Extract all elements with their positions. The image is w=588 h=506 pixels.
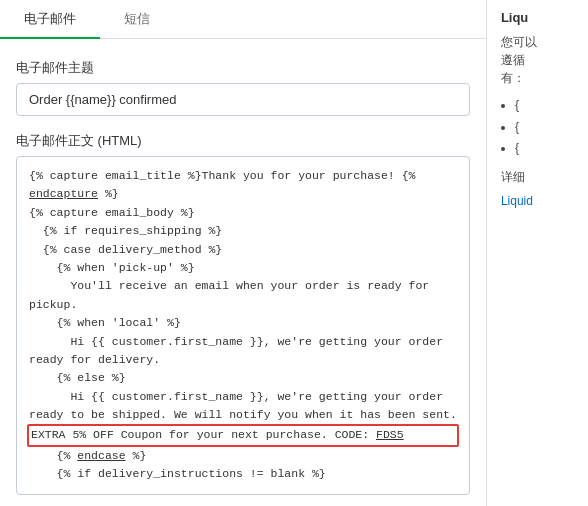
subject-label: 电子邮件主题 xyxy=(16,59,470,77)
sidebar-list: { { { xyxy=(501,95,574,160)
sidebar: Liqu 您可以遵循有： { { { 详细 Liquid xyxy=(487,0,588,506)
code-line-8: pickup. xyxy=(29,296,457,314)
sidebar-list-item-2: { xyxy=(515,117,574,139)
sidebar-list-item-1: { xyxy=(515,95,574,117)
subject-input[interactable] xyxy=(16,83,470,116)
tab-bar: 电子邮件 短信 xyxy=(0,0,486,39)
sidebar-liquid-link[interactable]: Liquid xyxy=(501,194,533,208)
code-line-2: endcapture %} xyxy=(29,185,457,203)
code-line-4: {% if requires_shipping %} xyxy=(29,222,457,240)
sidebar-intro: 您可以遵循有： xyxy=(501,33,574,87)
code-line-9: {% when 'local' %} xyxy=(29,314,457,332)
code-line-10: Hi {{ customer.first_name }}, we're gett… xyxy=(29,333,457,351)
code-line-6: {% when 'pick-up' %} xyxy=(29,259,457,277)
body-label: 电子邮件正文 (HTML) xyxy=(16,132,470,150)
code-line-17: {% if delivery_instructions != blank %} xyxy=(29,465,457,483)
code-line-1: {% capture email_title %}Thank you for y… xyxy=(29,167,457,185)
sidebar-link-label: 详细 xyxy=(501,168,574,186)
code-line-14: ready to be shipped. We will notify you … xyxy=(29,406,457,424)
code-line-5: {% case delivery_method %} xyxy=(29,241,457,259)
highlighted-coupon-line: EXTRA 5% OFF Coupon for your next purcha… xyxy=(27,424,459,446)
sidebar-title: Liqu xyxy=(501,10,574,25)
body-code-area[interactable]: {% capture email_title %}Thank you for y… xyxy=(16,156,470,495)
code-line-11: ready for delivery. xyxy=(29,351,457,369)
code-line-12: {% else %} xyxy=(29,369,457,387)
code-line-16: {% endcase %} xyxy=(29,447,457,465)
code-line-7: You'll receive an email when your order … xyxy=(29,277,457,295)
tab-sms[interactable]: 短信 xyxy=(100,0,174,38)
tab-email[interactable]: 电子邮件 xyxy=(0,0,100,38)
email-form: 电子邮件主题 电子邮件正文 (HTML) {% capture email_ti… xyxy=(0,59,486,495)
sidebar-list-item-3: { xyxy=(515,138,574,160)
code-line-13: Hi {{ customer.first_name }}, we're gett… xyxy=(29,388,457,406)
code-line-3: {% capture email_body %} xyxy=(29,204,457,222)
